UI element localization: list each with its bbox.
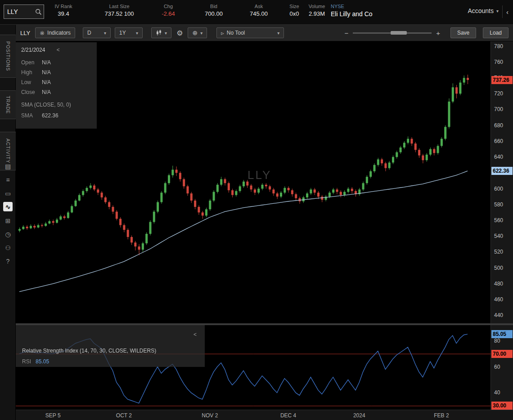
field-volume-value: 2.93M xyxy=(306,10,328,17)
left-sidebar: POSITIONS TRADE ACTIVITY ▤ ≡ ▭ ∿ ⊞ ◷ ⚇ ? xyxy=(0,25,16,420)
sma-label: SMA xyxy=(21,112,42,119)
exchange-block: NYSE Eli Lilly and Co xyxy=(331,4,373,18)
pane-divider[interactable] xyxy=(16,323,513,325)
drawing-tool-dropdown[interactable]: ▹ No Tool ▾ xyxy=(216,27,284,38)
indicators-label: Indicators xyxy=(47,30,71,36)
grid-glyph: ⊞ xyxy=(5,217,11,224)
close-value: N/A xyxy=(42,89,51,95)
low-label: Low xyxy=(21,79,42,85)
price-tick: 720 xyxy=(494,90,503,97)
chart-symbol-label: LLY xyxy=(20,30,30,36)
indicators-icon: ※ xyxy=(40,30,45,36)
price-axis[interactable]: 737.26 622.36 78076074072070068066064062… xyxy=(490,41,513,323)
price-tick: 660 xyxy=(494,138,503,144)
period-dropdown[interactable]: D ▾ xyxy=(83,27,111,38)
time-axis-label: SEP 5 xyxy=(45,412,61,419)
help-icon[interactable]: ? xyxy=(3,256,13,266)
accounts-label: Accounts xyxy=(468,7,494,14)
candlestick-chart[interactable]: LLY 2/21/2024 < Open N/A High N/A Low N/… xyxy=(16,41,490,323)
chevron-down-icon: ▾ xyxy=(277,31,279,36)
period-value: D xyxy=(87,30,91,36)
list-icon[interactable]: ≡ xyxy=(3,175,13,184)
price-tick: 700 xyxy=(494,106,503,112)
price-tick: 460 xyxy=(494,296,503,303)
collapse-rsi-button[interactable]: < xyxy=(194,331,197,338)
price-tick: 540 xyxy=(494,233,503,239)
load-button[interactable]: Load xyxy=(483,27,508,38)
symbol-search-box[interactable] xyxy=(4,4,44,19)
clock-icon[interactable]: ◷ xyxy=(3,229,13,239)
monitor-glyph: ▭ xyxy=(5,190,11,197)
time-axis-label: NOV 2 xyxy=(202,412,218,419)
save-button[interactable]: Save xyxy=(450,27,476,38)
field-chg-label: Chg xyxy=(154,4,183,9)
ohlc-low-row: Low N/A xyxy=(21,79,91,85)
chart-toolbar: LLY ※ Indicators D ▾ 1Y ▾ ▾ ⚙ ⊕ ▾ ▹ No T… xyxy=(16,25,513,41)
ohlc-open-row: Open N/A xyxy=(21,59,91,66)
price-tick: 760 xyxy=(494,59,503,65)
time-axis-label: 2024 xyxy=(353,412,365,419)
zoom-slider[interactable] xyxy=(353,30,432,36)
price-tick: 520 xyxy=(494,249,503,255)
crosshair-dropdown[interactable]: ⊕ ▾ xyxy=(188,27,207,38)
chart-line-icon[interactable]: ∿ xyxy=(3,202,13,211)
chart-line-glyph: ∿ xyxy=(5,203,11,210)
accounts-button[interactable]: Accounts ▾ xyxy=(468,7,499,14)
rsi-pane[interactable]: < Relative Strength Index (14, 70, 30, C… xyxy=(16,325,490,410)
zoom-slider-handle[interactable] xyxy=(391,31,407,35)
indicators-button[interactable]: ※ Indicators xyxy=(35,27,75,38)
rsi-value: 85.05 xyxy=(36,358,49,365)
help-glyph: ? xyxy=(6,258,10,265)
time-axis[interactable]: SEP 5OCT 2NOV 2DEC 42024FEB 2 xyxy=(16,410,513,420)
people-icon[interactable]: ⚇ xyxy=(3,243,13,252)
rsi-axis[interactable]: 85.05 70.00 30.00 806040 xyxy=(490,325,513,410)
field-bid: Bid 700.00 xyxy=(197,4,230,17)
crosshair-date: 2/21/2024 xyxy=(21,47,45,53)
high-value: N/A xyxy=(42,69,51,76)
top-bar: IV Rank 39.4 Last Size 737.52 100 Chg -2… xyxy=(0,0,513,25)
zoom-out-button[interactable]: − xyxy=(344,29,348,37)
price-tick: 600 xyxy=(494,186,503,192)
chevron-down-icon: ▾ xyxy=(104,31,106,36)
field-last-size: Last Size 737.52 100 xyxy=(97,4,142,17)
sidebar-tab-trade[interactable]: TRADE xyxy=(0,90,16,119)
rsi-tick: 60 xyxy=(494,364,500,370)
time-axis-label: OCT 2 xyxy=(116,412,132,419)
collapse-ohlc-button[interactable]: < xyxy=(57,47,60,53)
time-axis-label: FEB 2 xyxy=(434,412,449,419)
clock-glyph: ◷ xyxy=(5,231,10,238)
rsi-label: RSI xyxy=(22,358,31,365)
search-icon[interactable] xyxy=(35,9,42,15)
range-dropdown[interactable]: 1Y ▾ xyxy=(115,27,143,38)
panel-collapse-button[interactable]: ‹ xyxy=(502,5,512,18)
settings-button[interactable]: ⚙ xyxy=(176,27,184,38)
field-ask-value: 745.00 xyxy=(242,10,275,17)
field-chg: Chg -2.64 xyxy=(154,4,183,17)
monitor-icon[interactable]: ▭ xyxy=(3,188,13,198)
ohlc-high-row: High N/A xyxy=(21,69,91,76)
chart-tile-icon[interactable]: ▤ xyxy=(3,161,13,171)
chevron-down-icon: ▾ xyxy=(136,31,138,36)
zoom-in-button[interactable]: + xyxy=(436,29,440,37)
drawing-tool-value: No Tool xyxy=(227,30,245,36)
sma-value: 622.36 xyxy=(42,112,58,119)
field-volume: Volume 2.93M xyxy=(306,4,328,17)
symbol-input[interactable] xyxy=(7,8,35,15)
range-value: 1Y xyxy=(119,30,126,36)
field-size-label: Size xyxy=(284,4,304,9)
rsi-tick: 80 xyxy=(494,338,500,344)
price-tick: 560 xyxy=(494,217,503,223)
field-iv-rank-value: 39.4 xyxy=(49,10,78,17)
chevron-down-icon: ▾ xyxy=(200,31,202,36)
field-chg-value: -2.64 xyxy=(154,10,183,17)
high-label: High xyxy=(21,69,42,76)
list-glyph: ≡ xyxy=(6,176,9,183)
grid-icon[interactable]: ⊞ xyxy=(3,216,13,225)
chart-type-dropdown[interactable]: ▾ xyxy=(151,27,171,38)
gear-icon: ⚙ xyxy=(176,29,183,37)
price-tick: 440 xyxy=(494,312,503,318)
chart-tile-glyph: ▤ xyxy=(5,163,11,170)
time-axis-label: DEC 4 xyxy=(280,412,296,419)
sidebar-tab-positions[interactable]: POSITIONS xyxy=(0,35,16,78)
pointer-icon: ▹ xyxy=(221,30,224,36)
